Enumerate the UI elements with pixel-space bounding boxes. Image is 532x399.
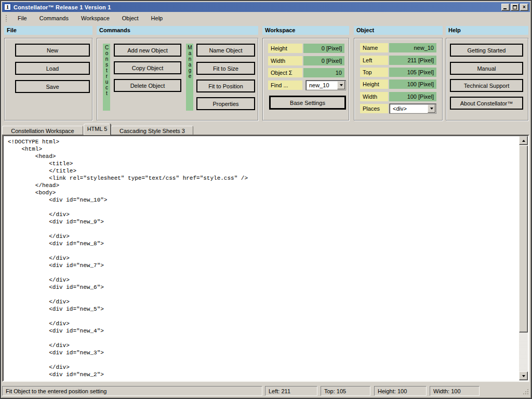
scroll-down-button[interactable]	[519, 371, 528, 380]
object-height-label: Height	[360, 79, 388, 89]
panel-commands: Commands Construct Add new Object Copy O…	[97, 26, 258, 121]
properties-button[interactable]: Properties	[196, 97, 255, 110]
object-width-value: 100 [Pixel]	[389, 92, 436, 101]
panel-object-title: Object	[354, 26, 443, 35]
add-new-object-button[interactable]: Add new Object	[114, 44, 181, 57]
maximize-icon	[513, 5, 517, 9]
menu-file[interactable]: File	[11, 13, 33, 23]
manage-group-label: Manage	[186, 44, 193, 111]
find-dropdown-button[interactable]	[337, 81, 345, 89]
manual-button[interactable]: Manual	[450, 62, 523, 75]
titlebar: 1 Constellator™ Release 1 Version 1 ×	[2, 2, 530, 12]
panel-help-box: Getting Started Manual Technical Support…	[446, 38, 528, 121]
workspace-width-value: 0 [Pixel]	[303, 56, 344, 65]
find-label: Find ...	[268, 81, 302, 90]
maximize-button[interactable]	[511, 4, 519, 11]
copy-object-button[interactable]: Copy Object	[114, 61, 181, 74]
menubar: File Commands Workspace Object Help	[2, 12, 530, 24]
tab-html5[interactable]: HTML 5	[84, 124, 111, 135]
places-label: Places	[360, 104, 388, 113]
panel-file-box: New Load Save	[4, 38, 92, 121]
minimize-icon	[503, 8, 507, 9]
panel-file: File New Load Save	[4, 26, 92, 121]
chevron-down-icon	[430, 108, 433, 110]
scrollbar-thumb[interactable]	[519, 145, 528, 332]
app-icon: 1	[4, 3, 11, 11]
find-dropdown[interactable]: new_10	[305, 80, 346, 90]
technical-support-button[interactable]: Technical Support	[450, 79, 523, 92]
chevron-down-icon	[340, 84, 343, 86]
status-message: Fit Object to the entered position setti…	[2, 386, 262, 396]
resize-grip[interactable]	[522, 388, 529, 395]
panel-object-box: Name new_10 Left 211 [Pixel] Top 105 [Pi…	[354, 38, 443, 121]
load-button[interactable]: Load	[15, 62, 90, 75]
status-height: Height: 100	[374, 386, 427, 396]
panel-workspace-box: Height 0 [Pixel] Width 0 [Pixel] Object …	[262, 38, 349, 121]
object-name-value: new_10	[389, 43, 436, 52]
panel-help-title: Help	[446, 26, 528, 35]
workspace-object-sum-value: 10	[303, 68, 344, 77]
tab-css3[interactable]: Cascading Style Sheets 3	[111, 126, 193, 135]
panel-help: Help Getting Started Manual Technical Su…	[446, 26, 528, 121]
delete-object-button[interactable]: Delete Object	[114, 79, 181, 92]
object-top-label: Top	[360, 68, 388, 77]
panel-workspace-title: Workspace	[262, 26, 349, 35]
workspace-height-label: Height	[268, 44, 302, 53]
toolbar-grip-icon[interactable]	[5, 15, 7, 22]
workspace-width-label: Width	[268, 56, 302, 65]
close-icon: ×	[523, 5, 526, 10]
fit-to-size-button[interactable]: Fit to Size	[196, 62, 255, 75]
arrow-down-icon	[522, 375, 525, 377]
workspace-height-value: 0 [Pixel]	[303, 44, 344, 53]
close-button[interactable]: ×	[520, 4, 528, 11]
minimize-button[interactable]	[501, 4, 510, 11]
status-top: Top: 105	[321, 386, 370, 396]
tab-constellation-workspace[interactable]: Constellation Workspace	[2, 126, 83, 135]
vertical-scrollbar[interactable]	[519, 136, 528, 380]
places-dropdown[interactable]: <div>	[389, 103, 436, 114]
code-editor[interactable]: <!DOCTYPE html> <html> <head> <title> </…	[2, 135, 529, 382]
places-dropdown-value: <div>	[393, 105, 407, 112]
construct-group-label: Construct	[103, 44, 110, 111]
getting-started-button[interactable]: Getting Started	[450, 44, 523, 57]
save-button[interactable]: Save	[15, 80, 90, 93]
workspace-object-sum-label: Object Σ	[268, 68, 302, 77]
about-constellator-button[interactable]: About Constellator™	[450, 97, 523, 110]
statusbar: Fit Object to the entered position setti…	[2, 385, 530, 397]
scroll-up-button[interactable]	[519, 136, 528, 145]
new-button[interactable]: New	[15, 44, 90, 57]
object-name-label: Name	[360, 43, 388, 52]
object-top-value: 105 [Pixel]	[389, 68, 436, 77]
menu-object[interactable]: Object	[116, 13, 145, 23]
places-dropdown-button[interactable]	[428, 104, 435, 113]
object-height-value: 100 [Pixel]	[389, 79, 436, 89]
code-content[interactable]: <!DOCTYPE html> <html> <head> <title> </…	[3, 136, 528, 381]
menu-help[interactable]: Help	[145, 13, 169, 23]
status-width: Width: 100	[430, 386, 480, 396]
panel-object: Object Name new_10 Left 211 [Pixel] Top …	[354, 26, 443, 121]
object-left-value: 211 [Pixel]	[389, 56, 436, 65]
panel-commands-title: Commands	[97, 26, 258, 35]
fit-to-position-button[interactable]: Fit to Position	[196, 79, 255, 92]
arrow-up-icon	[522, 140, 525, 142]
object-left-label: Left	[360, 56, 388, 65]
base-settings-button[interactable]: Base Settings	[269, 96, 346, 110]
status-left: Left: 211	[265, 386, 317, 396]
menu-workspace[interactable]: Workspace	[75, 13, 116, 23]
menu-commands[interactable]: Commands	[33, 13, 75, 23]
name-object-button[interactable]: Name Object	[196, 44, 255, 57]
panel-commands-box: Construct Add new Object Copy Object Del…	[97, 38, 258, 121]
panel-workspace: Workspace Height 0 [Pixel] Width 0 [Pixe…	[262, 26, 349, 121]
panel-file-title: File	[4, 26, 92, 35]
find-dropdown-value: new_10	[309, 82, 329, 88]
window-title: Constellator™ Release 1 Version 1	[14, 4, 500, 10]
object-width-label: Width	[360, 92, 388, 101]
